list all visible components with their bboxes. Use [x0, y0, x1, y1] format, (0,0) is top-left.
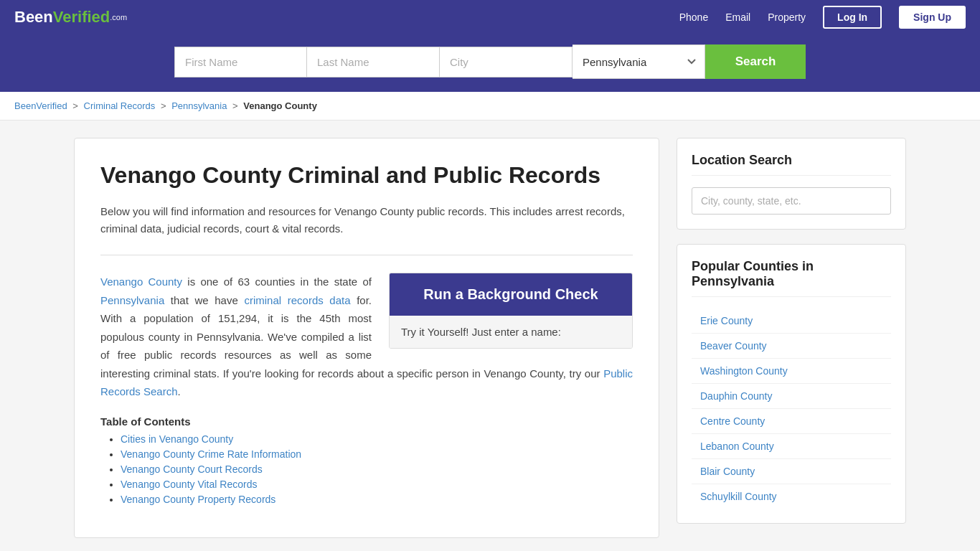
nav-property[interactable]: Property	[768, 11, 806, 23]
body-section: Run a Background Check Try it Yourself! …	[100, 273, 633, 509]
venango-county-link[interactable]: Venango County	[100, 276, 182, 288]
first-name-input[interactable]	[174, 47, 307, 77]
toc-link-0[interactable]: Cities in Venango County	[121, 433, 233, 445]
intro-text: Below you will find information and reso…	[100, 203, 633, 237]
list-item-5: Lebanon County	[692, 434, 891, 459]
header: BeenVerified.com Phone Email Property Lo…	[0, 0, 980, 92]
toc-item-3: Venango County Vital Records	[121, 479, 633, 490]
popular-link-1[interactable]: Beaver County	[700, 340, 767, 352]
breadcrumb-sep-3: >	[232, 100, 240, 111]
popular-link-7[interactable]: Schuylkill County	[700, 491, 777, 502]
breadcrumb-pennsylvania[interactable]: Pennsylvania	[171, 100, 227, 111]
sidebar: Location Search Popular Counties in Penn…	[677, 138, 906, 538]
bg-check-box: Run a Background Check Try it Yourself! …	[389, 273, 633, 349]
toc-item-1: Venango County Crime Rate Information	[121, 448, 633, 460]
bg-check-header[interactable]: Run a Background Check	[390, 273, 632, 316]
location-search-input[interactable]	[692, 187, 891, 215]
list-item-6: Blair County	[692, 459, 891, 484]
search-bar: Pennsylvania Search	[14, 34, 966, 92]
breadcrumb-current: Venango County	[243, 100, 317, 111]
nav-email[interactable]: Email	[725, 11, 750, 23]
list-item-7: Schuylkill County	[692, 484, 891, 509]
location-search-card: Location Search	[677, 138, 906, 230]
page-title: Venango County Criminal and Public Recor…	[100, 161, 633, 189]
breadcrumb-sep-1: >	[72, 100, 80, 111]
popular-link-2[interactable]: Washington County	[700, 365, 788, 377]
criminal-records-link[interactable]: criminal records data	[244, 294, 350, 306]
bg-check-body: Try it Yourself! Just enter a name:	[390, 316, 632, 348]
divider	[100, 255, 633, 255]
breadcrumb-sep-2: >	[161, 100, 169, 111]
logo-been: Been	[14, 8, 53, 27]
popular-link-4[interactable]: Centre County	[700, 415, 765, 427]
signup-button[interactable]: Sign Up	[899, 6, 966, 29]
toc-item-4: Venango County Property Records	[121, 494, 633, 505]
toc-link-2[interactable]: Venango County Court Records	[121, 463, 263, 475]
breadcrumb: BeenVerified > Criminal Records > Pennsy…	[0, 92, 980, 121]
content-area: Venango County Criminal and Public Recor…	[74, 138, 659, 538]
breadcrumb-criminal-records[interactable]: Criminal Records	[84, 100, 156, 111]
list-item-4: Centre County	[692, 409, 891, 434]
toc-list: Cities in Venango County Venango County …	[100, 433, 633, 505]
popular-link-0[interactable]: Erie County	[700, 315, 753, 326]
search-button[interactable]: Search	[705, 44, 806, 79]
popular-link-3[interactable]: Dauphin County	[700, 390, 772, 402]
breadcrumb-home[interactable]: BeenVerified	[14, 100, 67, 111]
state-select[interactable]: Pennsylvania	[573, 44, 705, 79]
toc-link-4[interactable]: Venango County Property Records	[121, 494, 275, 505]
public-records-search-link[interactable]: Public Records Search	[100, 367, 633, 398]
main-container: Venango County Criminal and Public Recor…	[60, 138, 920, 538]
popular-link-6[interactable]: Blair County	[700, 466, 755, 477]
list-item-2: Washington County	[692, 359, 891, 384]
header-top: BeenVerified.com Phone Email Property Lo…	[14, 0, 966, 34]
toc-link-3[interactable]: Venango County Vital Records	[121, 479, 257, 490]
location-search-title: Location Search	[692, 153, 891, 176]
logo-com: .com	[110, 13, 127, 22]
city-input[interactable]	[440, 47, 573, 77]
list-item-1: Beaver County	[692, 334, 891, 359]
last-name-input[interactable]	[307, 47, 440, 77]
popular-counties-card: Popular Counties in Pennsylvania Erie Co…	[677, 244, 906, 524]
pennsylvania-link[interactable]: Pennsylvania	[100, 294, 164, 306]
toc-link-1[interactable]: Venango County Crime Rate Information	[121, 448, 301, 460]
logo[interactable]: BeenVerified.com	[14, 8, 127, 27]
popular-link-5[interactable]: Lebanon County	[700, 441, 774, 452]
bg-check-body-text: Try it Yourself! Just enter a name:	[401, 326, 621, 338]
login-button[interactable]: Log In	[823, 6, 882, 29]
toc-item-0: Cities in Venango County	[121, 433, 633, 445]
nav: Phone Email Property Log In Sign Up	[679, 6, 966, 29]
toc-section: Table of Contents Cities in Venango Coun…	[100, 415, 633, 505]
toc-item-2: Venango County Court Records	[121, 463, 633, 475]
list-item-3: Dauphin County	[692, 384, 891, 409]
popular-list: Erie County Beaver County Washington Cou…	[692, 309, 891, 509]
list-item-0: Erie County	[692, 309, 891, 334]
toc-heading: Table of Contents	[100, 415, 633, 428]
nav-phone[interactable]: Phone	[679, 11, 708, 23]
popular-counties-title: Popular Counties in Pennsylvania	[692, 259, 891, 297]
logo-verified: Verified	[53, 8, 110, 27]
